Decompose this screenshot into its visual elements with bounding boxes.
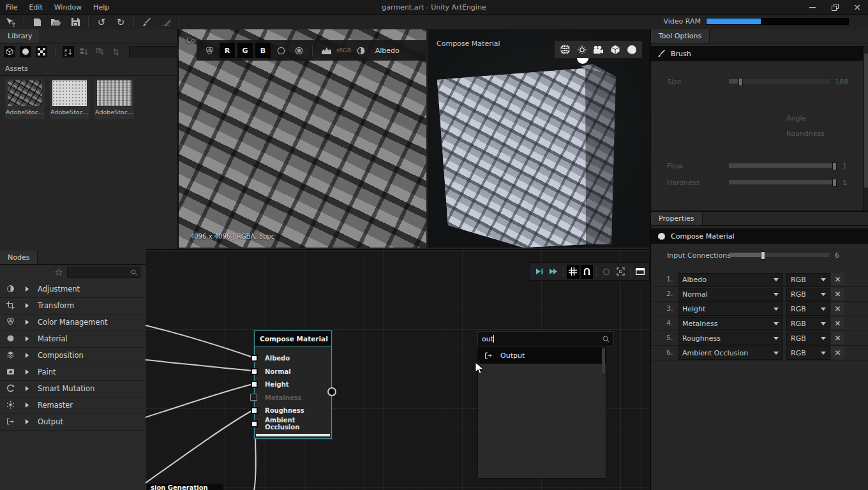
input-connections-slider[interactable] [729, 253, 830, 257]
output-socket[interactable] [327, 387, 336, 396]
histogram-button[interactable] [318, 43, 334, 58]
results-scrollbar[interactable] [602, 348, 605, 373]
undo-button[interactable]: ↺ [93, 16, 110, 29]
properties-tab[interactable]: Properties [651, 212, 703, 225]
camera-button[interactable] [592, 43, 605, 56]
nodes-category-paint[interactable]: Paint [0, 364, 146, 381]
nodes-category-remaster[interactable]: Remaster [0, 397, 146, 414]
channel-mode-dropdown[interactable]: RGB [786, 332, 830, 345]
new-file-button[interactable] [29, 16, 45, 29]
remove-connection-button[interactable]: ✕ [831, 317, 844, 329]
channel-mode-dropdown[interactable]: RGB [786, 288, 830, 301]
expand-arrow-icon[interactable] [26, 386, 29, 391]
connection-map-dropdown[interactable]: Normal [678, 288, 783, 301]
filter-textures-button[interactable] [36, 46, 47, 57]
nodes-category-material[interactable]: Material [0, 330, 146, 348]
menu-help[interactable]: Help [87, 3, 115, 11]
channel-mode-dropdown[interactable]: RGB [786, 302, 830, 316]
compose-material-node[interactable]: Compose Material Albedo Normal Height Me… [254, 330, 332, 439]
nodes-category-output[interactable]: Output [0, 413, 146, 431]
render-all-button[interactable] [547, 265, 560, 279]
hardness-slider[interactable] [729, 180, 837, 184]
expand-arrow-icon[interactable] [26, 353, 29, 358]
save-button[interactable] [67, 16, 84, 29]
library-tab[interactable]: Library [0, 29, 40, 43]
expand-arrow-icon[interactable] [26, 336, 29, 341]
nodes-category-smart-mutation[interactable]: Smart Mutation [0, 380, 146, 397]
channel-mode-dropdown[interactable]: RGB [786, 317, 830, 330]
viewport-3d[interactable]: Compose Material [428, 29, 650, 248]
transform-tool-button[interactable] [3, 16, 19, 29]
colorspace-label[interactable]: sRGB [336, 47, 351, 54]
input-socket[interactable] [250, 394, 257, 401]
remove-connection-button[interactable]: ✕ [831, 288, 844, 300]
connection-map-dropdown[interactable]: Roughness [678, 332, 783, 345]
material-preview-button[interactable] [625, 43, 638, 56]
connection-map-dropdown[interactable]: Metalness [678, 317, 783, 330]
menu-window[interactable]: Window [49, 3, 87, 11]
expand-arrow-icon[interactable] [26, 369, 29, 375]
remove-connection-button[interactable]: ✕ [831, 302, 844, 315]
node-title[interactable]: Compose Material [255, 331, 331, 346]
input-socket[interactable] [251, 381, 258, 388]
grayscale-button[interactable] [291, 43, 306, 58]
menu-file[interactable]: File [0, 3, 23, 11]
nodes-category-color-management[interactable]: Color Management [0, 314, 146, 331]
slider-handle[interactable] [761, 251, 765, 260]
connection-map-dropdown[interactable]: Albedo [678, 273, 783, 286]
clipped-node-header[interactable]: sion Generation [147, 484, 223, 490]
preview-quality-button[interactable] [600, 265, 613, 279]
connection-map-dropdown[interactable]: Ambient Occlusion [678, 346, 783, 360]
nodes-category-adjustment[interactable]: Adjustment [0, 281, 146, 298]
expand-arrow-icon[interactable] [26, 419, 29, 424]
node-graph-canvas[interactable]: Compose Material Albedo Normal Height Me… [146, 249, 650, 490]
close-button[interactable]: × [846, 0, 868, 14]
channel-alpha-button[interactable] [273, 43, 288, 58]
channel-g-button[interactable]: G [237, 43, 253, 58]
eraser-tool-button[interactable] [158, 16, 174, 29]
nodes-search-input[interactable] [67, 267, 140, 278]
asset-item[interactable]: AdobeStoc... [94, 78, 134, 119]
geometry-button[interactable] [608, 43, 622, 56]
slider-handle[interactable] [832, 179, 837, 187]
nodes-category-transform[interactable]: Transform [0, 297, 146, 315]
sort-alphabetical-button[interactable]: A2 [63, 46, 74, 57]
brush-tool-button[interactable] [138, 16, 155, 29]
slider-handle[interactable] [832, 162, 837, 170]
brush-section-header[interactable]: Brush [651, 46, 868, 61]
asset-item[interactable]: AdobeStoc... [50, 78, 89, 119]
contrast-button[interactable] [354, 43, 369, 58]
filter-materials-button[interactable] [20, 46, 31, 57]
remove-connection-button[interactable]: ✕ [831, 273, 844, 285]
channel-mixer-button[interactable] [202, 43, 217, 58]
compose-material-section-header[interactable]: Compose Material [651, 228, 868, 244]
expand-arrow-icon[interactable] [26, 286, 29, 292]
channel-r-button[interactable]: R [220, 43, 235, 58]
redo-button[interactable]: ↻ [112, 16, 129, 29]
size-slider[interactable] [729, 79, 830, 84]
remove-connection-button[interactable]: ✕ [831, 346, 844, 359]
sort-direction-button[interactable] [110, 46, 122, 57]
expand-arrow-icon[interactable] [26, 403, 29, 408]
lighting-button[interactable] [575, 43, 588, 56]
nodes-category-composition[interactable]: Composition [0, 347, 146, 364]
layout-panel-button[interactable] [634, 265, 647, 279]
render-to-selected-button[interactable] [533, 265, 546, 279]
remove-connection-button[interactable]: ✕ [831, 332, 844, 344]
viewport-2d[interactable]: Co- R G B sRGB Albedo [179, 29, 426, 248]
frame-selection-button[interactable] [614, 265, 627, 279]
environment-button[interactable] [558, 43, 572, 56]
expand-arrow-icon[interactable] [26, 320, 29, 325]
menu-edit[interactable]: Edit [23, 3, 48, 11]
input-socket[interactable] [251, 355, 258, 362]
filter-3d-assets-button[interactable] [4, 46, 15, 57]
node-search-input[interactable]: out [477, 331, 614, 346]
slider-handle[interactable] [738, 78, 743, 86]
open-file-button[interactable] [48, 16, 64, 29]
grid-toggle-button[interactable] [567, 265, 580, 279]
connection-map-dropdown[interactable]: Height [678, 302, 783, 316]
input-socket[interactable] [251, 368, 258, 375]
minimize-button[interactable] [802, 0, 823, 14]
favorites-star-icon[interactable] [55, 269, 63, 276]
channel-mode-dropdown[interactable]: RGB [786, 346, 830, 360]
